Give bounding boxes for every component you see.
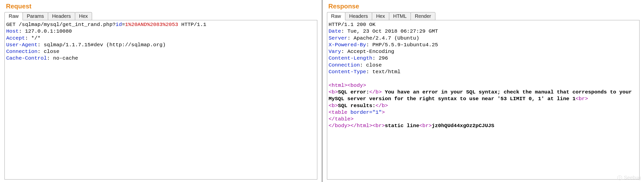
response-raw-text[interactable]: HTTP/1.1 200 OK Date: Tue, 23 Oct 2018 0… <box>327 20 640 130</box>
request-tabs: Raw Params Headers Hex <box>4 12 317 20</box>
response-content[interactable]: HTTP/1.1 200 OK Date: Tue, 23 Oct 2018 0… <box>327 20 640 180</box>
request-content[interactable]: GET /sqlmap/mysql/get_int_rand.php?id=1%… <box>4 20 317 180</box>
tab-resp-render[interactable]: Render <box>410 12 435 20</box>
response-tabs: Raw Headers Hex HTML Render <box>327 12 640 20</box>
request-pane: Request Raw Params Headers Hex GET /sqlm… <box>0 0 322 182</box>
tab-resp-raw[interactable]: Raw <box>327 12 345 20</box>
tab-params[interactable]: Params <box>22 12 48 20</box>
tab-resp-hex[interactable]: Hex <box>372 12 389 20</box>
request-title: Request <box>4 2 317 10</box>
tab-resp-html[interactable]: HTML <box>389 12 411 20</box>
tab-headers[interactable]: Headers <box>48 12 75 20</box>
response-title: Response <box>327 2 640 10</box>
request-raw-text[interactable]: GET /sqlmap/mysql/get_int_rand.php?id=1%… <box>5 20 317 63</box>
response-pane: Response Raw Headers Hex HTML Render HTT… <box>322 0 644 182</box>
tab-raw[interactable]: Raw <box>4 12 23 20</box>
tab-hex[interactable]: Hex <box>75 12 92 20</box>
tab-resp-headers[interactable]: Headers <box>345 12 372 20</box>
